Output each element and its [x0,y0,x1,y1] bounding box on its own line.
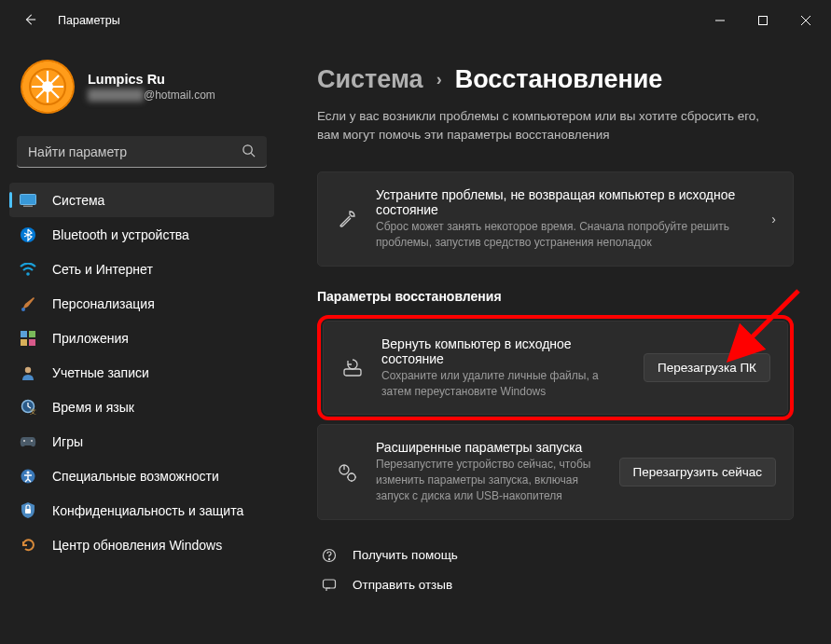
svg-point-6 [243,144,252,153]
card-subtitle: Сброс может занять некоторое время. Снач… [376,219,756,251]
titlebar: Параметры [0,0,831,41]
svg-rect-9 [23,205,33,207]
card-title: Вернуть компьютер в исходное состояние [381,336,629,366]
svg-rect-24 [25,509,31,514]
breadcrumb-parent[interactable]: Система [317,65,423,94]
nav-list: Система Bluetooth и устройства Сеть и Ин… [4,183,280,562]
nav-label: Персонализация [52,296,155,311]
apps-icon [19,329,37,348]
nav-label: Приложения [52,331,129,346]
troubleshoot-card[interactable]: Устраните проблемы, не возвращая компьют… [317,171,794,267]
svg-rect-25 [344,369,361,376]
brush-icon [19,295,37,313]
svg-rect-30 [324,580,336,588]
nav-item-privacy[interactable]: Конфиденциальность и защита [9,493,274,528]
window-title: Параметры [58,14,120,27]
svg-point-23 [27,471,30,473]
nav-item-apps[interactable]: Приложения [9,321,274,355]
nav-label: Игры [52,434,83,449]
nav-item-bluetooth[interactable]: Bluetooth и устройства [9,217,274,252]
link-label: Отправить отзыв [353,578,452,592]
account-icon [19,363,37,382]
system-icon [19,191,37,210]
page-title: Восстановление [455,65,663,94]
svg-point-12 [21,308,25,311]
svg-rect-1 [759,17,768,25]
restart-now-button[interactable]: Перезагрузить сейчас [619,458,776,486]
feedback-icon [319,578,339,593]
power-gear-icon [335,462,359,483]
profile-name: Lumpics Ru [88,72,215,87]
update-icon [19,536,37,555]
reset-icon [340,358,365,378]
nav-item-update[interactable]: Центр обновления Windows [9,528,274,562]
avatar [21,60,75,114]
nav-item-time[interactable]: 文 Время и язык [9,390,274,424]
close-button[interactable] [784,6,827,35]
svg-point-5 [42,81,53,92]
profile-email: xxxx@hotmail.com [88,89,215,102]
nav-label: Учетные записи [52,365,149,380]
nav-item-gaming[interactable]: Игры [9,424,274,459]
svg-rect-13 [21,331,27,337]
gaming-icon [19,432,37,451]
help-icon [319,548,339,563]
nav-item-system[interactable]: Система [9,183,274,217]
privacy-icon [19,501,37,520]
breadcrumb: Система › Восстановление [317,65,794,94]
svg-point-20 [23,440,25,442]
svg-line-7 [251,153,255,157]
nav-label: Специальные возможности [52,469,219,484]
card-title: Устраните проблемы, не возвращая компьют… [376,187,756,217]
get-help-link[interactable]: Получить помощь [317,541,794,570]
nav-item-network[interactable]: Сеть и Интернет [9,252,274,286]
maximize-button[interactable] [741,6,784,35]
card-title: Расширенные параметры запуска [376,440,604,455]
svg-point-17 [25,366,31,372]
minimize-button[interactable] [699,6,741,35]
svg-point-11 [26,272,30,276]
feedback-link[interactable]: Отправить отзыв [317,570,794,600]
accessibility-icon [19,467,37,486]
nav-label: Система [52,193,104,208]
nav-item-accessibility[interactable]: Специальные возможности [9,459,274,493]
sidebar: Lumpics Ru xxxx@hotmail.com Система Blue… [0,41,291,644]
wifi-icon [19,260,37,279]
svg-point-21 [31,440,33,442]
search-input[interactable] [28,144,242,159]
svg-rect-16 [29,339,35,346]
nav-label: Центр обновления Windows [52,538,222,553]
svg-rect-14 [29,331,35,337]
nav-item-accounts[interactable]: Учетные записи [9,355,274,390]
time-icon: 文 [19,398,37,417]
intro-text: Если у вас возникли проблемы с компьютер… [317,107,783,144]
highlight-annotation: Вернуть компьютер в исходное состояние С… [317,315,794,421]
section-title: Параметры восстановления [317,289,794,304]
reset-pc-card: Вернуть компьютер в исходное состояние С… [323,321,788,416]
svg-point-29 [328,558,329,559]
svg-rect-8 [21,194,36,204]
back-button[interactable] [19,13,41,29]
search-box[interactable] [17,136,267,168]
card-subtitle: Перезапустите устройство сейчас, чтобы и… [376,457,604,503]
advanced-startup-card: Расширенные параметры запуска Перезапуст… [317,424,794,519]
main-content: Система › Восстановление Если у вас возн… [291,41,831,644]
svg-text:文: 文 [30,408,36,415]
nav-label: Конфиденциальность и защита [52,503,243,518]
card-subtitle: Сохраните или удалите личные файлы, а за… [381,368,629,400]
chevron-right-icon: › [436,70,442,89]
link-label: Получить помощь [353,548,458,562]
search-icon [242,144,256,160]
wrench-icon [335,209,359,229]
nav-item-personalization[interactable]: Персонализация [9,286,274,321]
nav-label: Сеть и Интернет [52,262,153,277]
nav-label: Bluetooth и устройства [52,227,189,242]
bluetooth-icon [19,226,37,244]
profile-block[interactable]: Lumpics Ru xxxx@hotmail.com [4,41,280,136]
svg-rect-15 [21,339,27,346]
nav-label: Время и язык [52,400,134,415]
reset-pc-button[interactable]: Перезагрузка ПК [644,353,770,382]
chevron-right-icon: › [771,212,776,226]
